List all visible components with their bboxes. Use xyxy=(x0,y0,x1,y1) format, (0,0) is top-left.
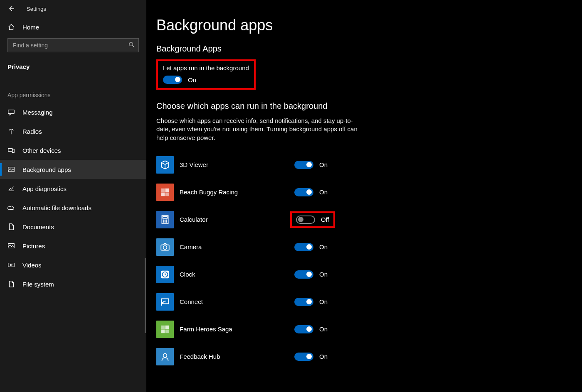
app-switch-wrap: On xyxy=(290,186,332,199)
apps-list: 3D ViewerOnBeach Buggy RacingOnCalculato… xyxy=(156,151,568,370)
sidebar-item-other-devices[interactable]: Other devices xyxy=(0,141,146,160)
home-label: Home xyxy=(22,24,39,31)
nav-list: MessagingRadiosOther devicesBackground a… xyxy=(0,100,146,294)
svg-point-15 xyxy=(166,220,167,220)
master-toggle-label: Let apps run in the background xyxy=(163,64,249,71)
app-row: Feedback HubOn xyxy=(156,343,568,370)
svg-point-14 xyxy=(165,220,165,220)
sidebar-item-file-system[interactable]: File system xyxy=(0,274,146,294)
app-toggle-state: On xyxy=(319,243,328,250)
svg-point-18 xyxy=(166,221,167,222)
svg-rect-1 xyxy=(8,110,14,114)
app-switch-wrap: On xyxy=(290,240,332,254)
app-switch: On xyxy=(294,188,328,196)
app-icon xyxy=(156,211,174,228)
app-toggle[interactable] xyxy=(294,188,313,196)
app-switch: On xyxy=(294,270,328,279)
app-switch: On xyxy=(294,243,328,251)
app-switch-wrap: On xyxy=(290,350,332,363)
sidebar-item-bg-apps[interactable]: Background apps xyxy=(0,160,146,179)
svg-point-0 xyxy=(129,42,133,46)
home-link[interactable]: Home xyxy=(0,17,146,37)
chart-icon xyxy=(7,185,15,192)
app-toggle[interactable] xyxy=(294,298,313,306)
back-button[interactable] xyxy=(7,5,15,12)
app-toggle[interactable] xyxy=(294,161,313,169)
sidebar-item-label: Messaging xyxy=(22,109,53,116)
description: Choose which apps can receive info, send… xyxy=(156,117,360,142)
app-toggle-state: On xyxy=(319,298,328,305)
app-toggle-state: Off xyxy=(321,216,329,223)
sidebar-item-diagnostics[interactable]: App diagnostics xyxy=(0,179,146,198)
app-row: ClockOn xyxy=(156,261,568,288)
app-switch-wrap: Off xyxy=(290,211,335,228)
app-name: Calculator xyxy=(180,216,290,223)
search-container xyxy=(0,37,146,56)
sidebar-item-pictures[interactable]: Pictures xyxy=(0,236,146,255)
app-name: Connect xyxy=(180,298,290,305)
devices-icon xyxy=(7,147,15,154)
search-box[interactable] xyxy=(7,38,139,52)
app-row: CalculatorOff xyxy=(156,206,568,233)
antenna-icon xyxy=(7,127,15,135)
svg-rect-9 xyxy=(161,193,165,196)
app-switch-wrap: On xyxy=(290,268,332,281)
section-title: Privacy xyxy=(0,56,146,73)
header: Settings xyxy=(0,0,146,17)
svg-rect-2 xyxy=(8,149,12,152)
app-row: 3D ViewerOn xyxy=(156,151,568,179)
home-icon xyxy=(7,23,15,31)
app-toggle[interactable] xyxy=(296,216,315,224)
svg-point-17 xyxy=(165,221,165,222)
sidebar-scrollbar[interactable] xyxy=(145,258,146,333)
app-name: Clock xyxy=(180,271,290,278)
main-content: Background apps Background Apps Let apps… xyxy=(146,0,582,392)
sidebar-item-messaging[interactable]: Messaging xyxy=(0,103,146,122)
app-name: Camera xyxy=(180,243,290,250)
svg-rect-6 xyxy=(8,263,14,267)
app-icon xyxy=(156,238,174,256)
svg-point-20 xyxy=(163,246,167,250)
group-title: App permissions xyxy=(0,73,146,100)
sidebar-item-label: Videos xyxy=(22,262,42,269)
sidebar-item-videos[interactable]: Videos xyxy=(0,255,146,274)
window-title: Settings xyxy=(27,6,46,12)
svg-rect-25 xyxy=(165,326,169,329)
doc-icon xyxy=(7,280,15,288)
master-toggle-group: Let apps run in the background On xyxy=(156,59,256,90)
svg-rect-12 xyxy=(163,216,168,218)
app-toggle-state: On xyxy=(319,189,328,196)
sidebar-item-auto-dl[interactable]: Automatic file downloads xyxy=(0,198,146,217)
sidebar-item-radios[interactable]: Radios xyxy=(0,122,146,141)
app-toggle[interactable] xyxy=(294,353,313,361)
app-icon xyxy=(156,348,174,365)
app-toggle[interactable] xyxy=(294,243,313,251)
app-row: CameraOn xyxy=(156,233,568,261)
master-toggle-state: On xyxy=(188,76,196,83)
sidebar-item-label: Documents xyxy=(22,223,54,230)
svg-rect-26 xyxy=(161,330,165,333)
app-switch-wrap: On xyxy=(290,323,332,336)
app-icon xyxy=(156,184,174,201)
sidebar-item-documents[interactable]: Documents xyxy=(0,217,146,236)
app-icon xyxy=(156,293,174,311)
app-toggle[interactable] xyxy=(294,270,313,279)
video-icon xyxy=(7,261,15,269)
cloud-icon xyxy=(7,204,15,211)
sidebar-item-label: Other devices xyxy=(22,147,61,154)
sidebar-item-label: Pictures xyxy=(22,243,45,250)
page-title: Background apps xyxy=(156,17,568,34)
search-input[interactable] xyxy=(13,42,124,49)
app-name: Feedback Hub xyxy=(180,353,290,360)
app-toggle-state: On xyxy=(319,271,328,278)
svg-rect-24 xyxy=(161,326,165,329)
doc-icon xyxy=(7,223,15,230)
app-toggle[interactable] xyxy=(294,325,313,333)
app-icon xyxy=(156,156,174,174)
master-toggle[interactable] xyxy=(163,76,182,84)
sidebar-item-label: Automatic file downloads xyxy=(22,204,91,211)
svg-rect-27 xyxy=(165,330,169,333)
app-toggle-state: On xyxy=(319,326,328,333)
app-switch: Off xyxy=(296,216,329,224)
sidebar-item-label: Radios xyxy=(22,128,42,135)
